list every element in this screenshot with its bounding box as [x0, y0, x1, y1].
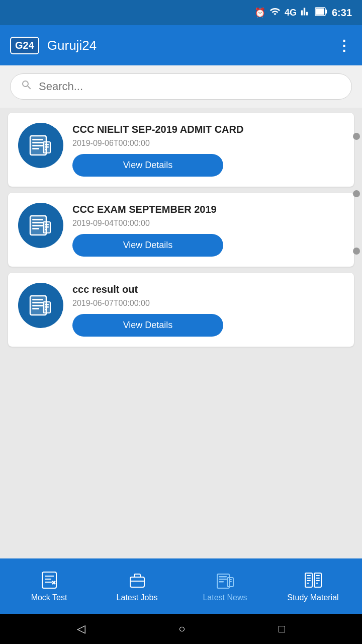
svg-rect-24 [32, 305, 43, 306]
svg-rect-30 [42, 572, 56, 588]
svg-rect-16 [32, 228, 39, 229]
view-details-button-2[interactable]: View Details [72, 234, 223, 257]
nav-label-mock-test: Mock Test [31, 593, 67, 602]
svg-rect-2 [325, 10, 327, 14]
svg-rect-54 [316, 583, 318, 584]
svg-rect-15 [32, 225, 43, 226]
svg-rect-22 [32, 299, 43, 300]
svg-rect-6 [32, 145, 43, 146]
news-icon-2 [18, 203, 63, 248]
scroll-indicator [353, 133, 360, 255]
svg-rect-14 [32, 222, 43, 223]
nav-label-latest-jobs: Latest Jobs [117, 593, 158, 602]
nav-item-mock-test[interactable]: Mock Test [5, 570, 93, 602]
svg-rect-23 [32, 302, 43, 303]
bottom-nav: Mock Test Latest Jobs Latest News [0, 558, 362, 614]
news-date-3: 2019-06-07T00:00:00 [72, 299, 344, 308]
app-logo: G24 [10, 37, 39, 54]
svg-rect-53 [316, 580, 320, 581]
scroll-dot-3 [353, 248, 360, 255]
news-icon-3 [18, 283, 63, 328]
search-input[interactable] [39, 80, 341, 93]
signal-icon [301, 7, 311, 19]
battery-icon [315, 6, 328, 20]
svg-rect-28 [45, 306, 49, 308]
nav-label-latest-news: Latest News [203, 593, 247, 602]
news-card-1: CCC NIELIT SEP-2019 ADMIT CARD 2019-09-0… [8, 113, 354, 187]
view-details-button-3[interactable]: View Details [72, 314, 223, 337]
svg-rect-46 [307, 575, 311, 576]
search-box [10, 73, 352, 100]
android-nav-bar: ◁ ○ □ [0, 614, 362, 644]
svg-rect-10 [45, 146, 49, 148]
svg-rect-13 [32, 219, 43, 220]
svg-rect-20 [45, 229, 47, 230]
scroll-dot-1 [353, 133, 360, 140]
svg-rect-51 [316, 575, 320, 576]
news-title-2: CCC EXAM SEPTEMBER 2019 [72, 203, 344, 216]
svg-rect-29 [45, 309, 47, 310]
news-content-2: CCC EXAM SEPTEMBER 2019 2019-09-04T00:00… [72, 203, 344, 257]
svg-rect-36 [130, 577, 144, 587]
nav-item-latest-jobs[interactable]: Latest Jobs [93, 570, 181, 602]
nav-item-latest-news[interactable]: Latest News [181, 570, 269, 602]
svg-rect-5 [32, 142, 43, 143]
news-date-2: 2019-09-04T00:00:00 [72, 219, 344, 228]
news-card-3: ccc result out 2019-06-07T00:00:00 View … [8, 273, 354, 347]
svg-rect-40 [219, 579, 227, 580]
home-button[interactable]: ○ [178, 622, 185, 635]
svg-rect-7 [32, 148, 39, 149]
svg-rect-39 [219, 576, 227, 578]
app-bar: G24 Guruji24 ⋮ [0, 25, 362, 65]
alarm-icon: ⏰ [254, 7, 265, 18]
svg-rect-43 [229, 579, 232, 580]
menu-button[interactable]: ⋮ [337, 37, 352, 54]
wifi-icon [269, 6, 281, 20]
svg-rect-11 [45, 149, 47, 150]
news-title-3: ccc result out [72, 283, 344, 296]
svg-rect-27 [45, 304, 49, 305]
svg-rect-9 [45, 144, 49, 145]
back-button[interactable]: ◁ [77, 622, 85, 635]
view-details-button-1[interactable]: View Details [72, 154, 223, 177]
svg-rect-25 [32, 308, 39, 309]
news-card-2: CCC EXAM SEPTEMBER 2019 2019-09-04T00:00… [8, 193, 354, 267]
svg-rect-19 [45, 226, 49, 228]
status-bar: ⏰ 4G 6:31 [0, 0, 362, 25]
svg-rect-52 [316, 578, 320, 579]
svg-rect-4 [32, 139, 43, 140]
nav-item-study-material[interactable]: Study Material [269, 570, 357, 602]
svg-rect-18 [45, 224, 49, 225]
svg-rect-44 [229, 581, 232, 582]
app-title: Guruji24 [47, 38, 329, 53]
svg-rect-47 [307, 578, 311, 579]
svg-rect-41 [219, 581, 224, 583]
nav-label-study-material: Study Material [287, 593, 338, 602]
search-container [0, 65, 362, 108]
network-label: 4G [285, 8, 297, 18]
news-date-1: 2019-09-06T00:00:00 [72, 139, 344, 148]
news-content-3: ccc result out 2019-06-07T00:00:00 View … [72, 283, 344, 337]
status-icons: ⏰ 4G 6:31 [254, 6, 352, 20]
svg-rect-1 [316, 8, 324, 15]
scroll-dot-2 [353, 190, 360, 197]
recent-button[interactable]: □ [279, 622, 285, 635]
svg-rect-48 [307, 580, 311, 581]
status-time: 6:31 [332, 7, 352, 19]
search-icon [21, 79, 33, 94]
news-icon-1 [18, 123, 63, 168]
news-list: CCC NIELIT SEP-2019 ADMIT CARD 2019-09-0… [0, 108, 362, 558]
news-title-1: CCC NIELIT SEP-2019 ADMIT CARD [72, 123, 344, 136]
news-content-1: CCC NIELIT SEP-2019 ADMIT CARD 2019-09-0… [72, 123, 344, 177]
svg-rect-49 [307, 583, 309, 584]
